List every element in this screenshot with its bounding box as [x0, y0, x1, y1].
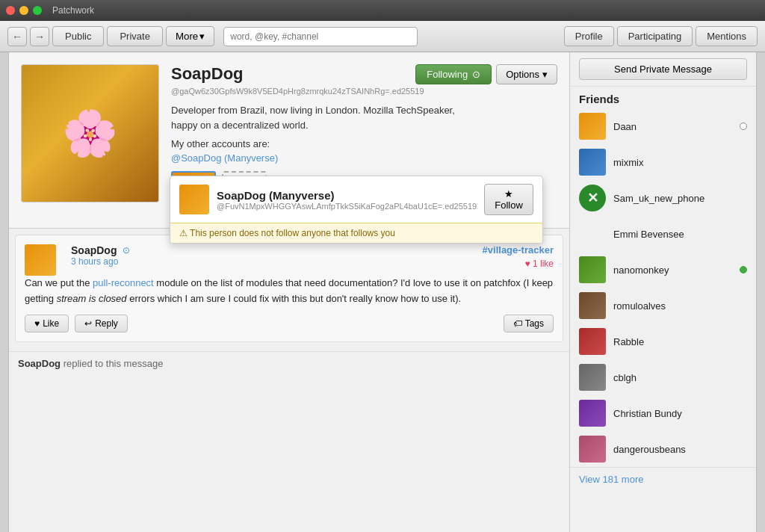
following-label: Following — [427, 69, 468, 80]
tab-mentions[interactable]: Mentions — [696, 26, 758, 46]
following-icon: ⊙ — [472, 69, 480, 80]
popup-name: SoapDog (Manyverse) — [217, 189, 477, 202]
friend-avatar-rabble — [579, 328, 606, 355]
forward-button[interactable]: → — [30, 27, 49, 46]
friend-name-cblgh: cblgh — [613, 372, 747, 383]
accounts-label: My other accounts are: — [171, 138, 557, 149]
friend-avatar-sam: ✕ — [579, 185, 606, 211]
friend-item-mixmix[interactable]: mixmix — [570, 144, 756, 180]
friend-avatar-dangerousbeans — [579, 436, 606, 463]
options-button[interactable]: Options ▾ — [496, 64, 557, 84]
app-title: Patchwork — [52, 5, 94, 16]
friend-item-rabble[interactable]: Rabble — [570, 324, 756, 359]
likes-icon: ♥ — [525, 259, 530, 269]
profile-id: @gaQw6z30GpfsW9k8V5ED4pHrg8zmrqku24zTSAI… — [171, 87, 557, 96]
like-button[interactable]: ♥ Like — [25, 315, 69, 332]
send-pm-button[interactable]: Send Private Message — [579, 58, 747, 80]
friend-item-emmi[interactable]: Emmi Bevensee — [570, 216, 756, 252]
more-button[interactable]: More ▾ — [166, 26, 214, 46]
maximize-button[interactable] — [33, 6, 42, 15]
profile-avatar: 🌸 — [21, 64, 159, 202]
right-panel: Send Private Message Friends Daan mixmix… — [569, 52, 756, 532]
reply-icon: ↩ — [84, 318, 92, 329]
friend-name-nanomonkey: nanomonkey — [613, 265, 732, 276]
post-content: Can we put the pull-reconnect module on … — [25, 276, 554, 307]
friend-item-christian-bundy[interactable]: Christian Bundy — [570, 395, 756, 431]
search-input[interactable] — [223, 27, 418, 46]
post-channel[interactable]: #village-tracker — [483, 244, 554, 256]
back-button[interactable]: ← — [7, 27, 27, 46]
friend-name-daan: Daan — [613, 121, 732, 132]
friend-avatar-mixmix — [579, 149, 606, 176]
titlebar: Patchwork — [0, 0, 765, 21]
reply-text: replied to this message — [64, 358, 164, 369]
tab-participating[interactable]: Participating — [617, 26, 693, 46]
friend-name-romuloalves: romuloalves — [613, 300, 747, 312]
friend-item-cblgh[interactable]: cblgh — [570, 359, 756, 395]
tab-profile[interactable]: Profile — [564, 26, 614, 46]
post-actions: ♥ Like ↩ Reply 🏷 Tags — [25, 315, 554, 332]
reply-indicator: SoapDog replied to this message — [9, 351, 569, 375]
popup-id: @FuvN1MpxWHGGYAswLAmfpTkkS5iKaFog2aPL4ba… — [217, 202, 477, 211]
friend-item-daan[interactable]: Daan — [570, 108, 756, 144]
popup-info: SoapDog (Manyverse) @FuvN1MpxWHGGYAswLAm… — [217, 189, 477, 211]
view-more-link[interactable]: View 181 more — [570, 467, 756, 491]
friend-avatar-christian-bundy — [579, 400, 606, 427]
friend-indicator-nanomonkey — [740, 266, 747, 273]
toolbar: ← → Public Private More ▾ Profile Partic… — [0, 21, 765, 52]
tags-icon: 🏷 — [513, 318, 522, 329]
friend-item-nanomonkey[interactable]: nanomonkey — [570, 252, 756, 288]
like-label: Like — [43, 318, 59, 329]
post-author-name: SoapDog — [71, 244, 117, 256]
more-icon: ▾ — [199, 31, 205, 42]
post-meta: SoapDog ⊙ 3 hours ago — [71, 244, 483, 267]
friend-avatar-emmi — [579, 220, 606, 247]
like-icon: ♥ — [34, 318, 40, 329]
post-section: SoapDog ⊙ 3 hours ago #village-tracker ♥… — [15, 235, 563, 342]
right-panel-header: Send Private Message — [570, 52, 756, 87]
friends-title: Friends — [570, 87, 756, 108]
tab-private[interactable]: Private — [107, 26, 162, 46]
account-link[interactable]: @SoapDog (Manyverse) — [171, 152, 278, 164]
more-label: More — [176, 31, 198, 42]
popup-warning: ⚠ This person does not follow anyone tha… — [170, 223, 542, 243]
post-time: 3 hours ago — [71, 256, 483, 267]
reply-button[interactable]: ↩ Reply — [75, 315, 128, 332]
popup-avatar — [179, 185, 209, 214]
follow-button[interactable]: ★ Follow — [484, 184, 533, 215]
tags-label: Tags — [525, 318, 544, 329]
manyverse-popup: SoapDog (Manyverse) @FuvN1MpxWHGGYAswLAm… — [170, 176, 543, 244]
friend-name-mixmix: mixmix — [613, 157, 747, 168]
friend-avatar-cblgh — [579, 364, 606, 391]
right-scrollbar[interactable] — [756, 52, 765, 532]
friend-avatar-daan — [579, 113, 606, 140]
reply-author: SoapDog — [18, 358, 61, 369]
reply-label: Reply — [95, 318, 118, 329]
tab-public[interactable]: Public — [52, 26, 104, 46]
friend-item-dangerousbeans[interactable]: dangerousbeans — [570, 431, 756, 467]
friend-name-sam: Sam_uk_new_phone — [613, 193, 747, 204]
right-tabs: Profile Participating Mentions — [564, 26, 758, 46]
friend-item-romuloalves[interactable]: romuloalves — [570, 288, 756, 324]
profile-section: 🌸 SoapDog @gaQw6z30GpfsW9k8V5ED4pHrg8zmr… — [9, 52, 569, 229]
friend-name-rabble: Rabble — [613, 336, 747, 347]
options-label: Options — [506, 69, 539, 80]
tags-button[interactable]: 🏷 Tags — [504, 315, 554, 332]
following-button[interactable]: Following ⊙ — [415, 64, 492, 84]
avatar-image: 🌸 — [22, 65, 158, 202]
left-scrollbar[interactable] — [0, 52, 9, 532]
profile-actions: Following ⊙ Options ▾ — [415, 64, 557, 84]
content-area: 🌸 SoapDog @gaQw6z30GpfsW9k8V5ED4pHrg8zmr… — [9, 52, 569, 532]
post-header-row: SoapDog ⊙ 3 hours ago #village-tracker ♥… — [25, 244, 554, 276]
friend-avatar-nanomonkey — [579, 256, 606, 283]
friend-name-christian-bundy: Christian Bundy — [613, 408, 747, 419]
close-button[interactable] — [6, 6, 15, 15]
friend-item-sam[interactable]: ✕ Sam_uk_new_phone — [570, 180, 756, 216]
post-content-link[interactable]: pull-reconnect — [93, 277, 154, 288]
friend-name-dangerousbeans: dangerousbeans — [613, 444, 747, 455]
popup-header: SoapDog (Manyverse) @FuvN1MpxWHGGYAswLAm… — [170, 176, 542, 223]
post-likes: ♥ 1 like — [525, 259, 554, 269]
friend-indicator-daan — [740, 123, 747, 130]
friend-name-emmi: Emmi Bevensee — [613, 229, 747, 240]
minimize-button[interactable] — [19, 6, 28, 15]
